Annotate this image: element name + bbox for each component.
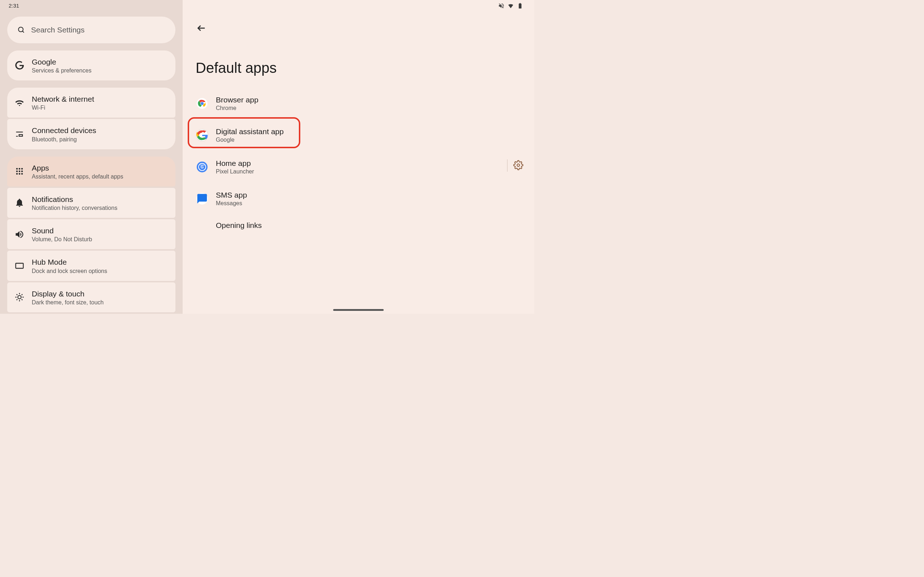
sidebar-item-connected-devices[interactable]: Connected devices Bluetooth, pairing xyxy=(7,119,175,149)
search-icon xyxy=(17,26,25,34)
svg-point-2 xyxy=(16,168,18,170)
sidebar-item-label: Network & internet xyxy=(32,94,94,104)
sidebar-item-sublabel: Bluetooth, pairing xyxy=(32,136,96,143)
sidebar-item-google[interactable]: Google Services & preferences xyxy=(7,50,175,81)
svg-line-19 xyxy=(16,299,17,300)
sidebar-item-apps[interactable]: Apps Assistant, recent apps, default app… xyxy=(7,156,175,187)
sidebar-item-label: Sound xyxy=(32,226,92,235)
svg-line-20 xyxy=(22,294,23,295)
clock-time: 2:31 xyxy=(9,3,19,9)
battery-icon xyxy=(517,3,523,9)
google-color-icon xyxy=(196,129,208,141)
svg-point-6 xyxy=(19,171,21,172)
sidebar-item-sublabel: Dark theme, font size, touch xyxy=(32,299,103,306)
sidebar-item-display[interactable]: Display & touch Dark theme, font size, t… xyxy=(7,282,175,312)
wifi-status-icon xyxy=(507,3,514,9)
svg-point-10 xyxy=(21,173,23,175)
sidebar-item-sublabel: Assistant, recent apps, default apps xyxy=(32,174,123,180)
sidebar-panel: 2:31 Search Settings Google Services & p… xyxy=(0,0,183,314)
devices-icon xyxy=(15,129,24,139)
svg-point-8 xyxy=(16,173,18,175)
svg-point-12 xyxy=(18,296,21,299)
sidebar-item-label: Apps xyxy=(32,163,123,173)
statusbar-left: 2:31 xyxy=(7,0,175,11)
svg-line-1 xyxy=(23,31,24,32)
sidebar-item-notifications[interactable]: Notifications Notification history, conv… xyxy=(7,188,175,218)
page-title: Default apps xyxy=(195,60,524,76)
svg-point-9 xyxy=(19,173,21,175)
app-item-sublabel: Pixel Launcher xyxy=(216,168,254,175)
svg-line-17 xyxy=(16,294,17,295)
app-item-sublabel: Google xyxy=(216,137,284,143)
sidebar-item-sublabel: Wi-Fi xyxy=(32,105,94,111)
default-app-sms[interactable]: SMS app Messages xyxy=(193,186,524,212)
app-item-label: Home app xyxy=(216,159,254,168)
sidebar-item-label: Display & touch xyxy=(32,289,103,298)
svg-point-0 xyxy=(18,27,23,32)
statusbar-right xyxy=(193,0,524,11)
sidebar-item-sublabel: Services & preferences xyxy=(32,68,91,74)
apps-icon xyxy=(15,166,24,176)
svg-point-24 xyxy=(201,102,204,105)
sidebar-item-sound[interactable]: Sound Volume, Do Not Disturb xyxy=(7,219,175,249)
search-settings-box[interactable]: Search Settings xyxy=(7,16,175,43)
sidebar-item-sublabel: Notification history, conversations xyxy=(32,205,117,211)
app-item-label: Browser app xyxy=(216,95,258,104)
svg-point-7 xyxy=(21,171,23,172)
main-panel: Default apps Browser app Chrome Digital … xyxy=(183,0,534,314)
mute-icon xyxy=(498,3,505,9)
home-app-settings-button[interactable] xyxy=(513,160,523,170)
svg-rect-11 xyxy=(16,263,23,268)
default-apps-list: Browser app Chrome Digital assistant app… xyxy=(193,90,524,235)
wifi-icon xyxy=(15,98,24,108)
chrome-icon xyxy=(196,98,208,109)
navigation-handle[interactable] xyxy=(333,309,384,311)
search-placeholder: Search Settings xyxy=(31,26,84,34)
gear-divider xyxy=(507,160,507,172)
app-item-sublabel: Chrome xyxy=(216,105,258,111)
google-icon xyxy=(15,60,24,70)
svg-point-5 xyxy=(16,171,18,172)
sidebar-item-label: Connected devices xyxy=(32,126,96,135)
default-app-browser[interactable]: Browser app Chrome xyxy=(193,90,524,116)
sidebar-item-sublabel: Volume, Do Not Disturb xyxy=(32,236,92,243)
hub-icon xyxy=(15,261,24,271)
bell-icon xyxy=(15,198,24,208)
sidebar-item-label: Google xyxy=(32,57,91,67)
svg-point-28 xyxy=(517,164,520,167)
pixel-launcher-icon: G xyxy=(196,161,208,173)
display-icon xyxy=(15,292,24,302)
default-app-home[interactable]: G Home app Pixel Launcher xyxy=(193,154,524,180)
messages-icon xyxy=(196,193,208,205)
app-item-label: SMS app xyxy=(216,191,247,200)
default-app-digital-assistant[interactable]: Digital assistant app Google xyxy=(193,122,524,148)
svg-point-4 xyxy=(21,168,23,170)
sidebar-item-label: Hub Mode xyxy=(32,257,107,267)
sidebar-item-hub-mode[interactable]: Hub Mode Dock and lock screen options xyxy=(7,251,175,280)
svg-text:G: G xyxy=(201,165,204,169)
default-app-opening-links[interactable]: Opening links xyxy=(193,216,524,235)
sidebar-item-label: Notifications xyxy=(32,194,117,204)
sound-icon xyxy=(15,229,24,239)
sidebar-item-sublabel: Dock and lock screen options xyxy=(32,268,107,274)
app-item-sublabel: Messages xyxy=(216,200,247,206)
app-item-label: Digital assistant app xyxy=(216,127,284,136)
app-item-label: Opening links xyxy=(216,221,262,230)
sidebar-item-network[interactable]: Network & internet Wi-Fi xyxy=(7,88,175,118)
back-button[interactable] xyxy=(196,23,207,33)
svg-line-18 xyxy=(22,299,23,300)
svg-point-3 xyxy=(19,168,21,170)
